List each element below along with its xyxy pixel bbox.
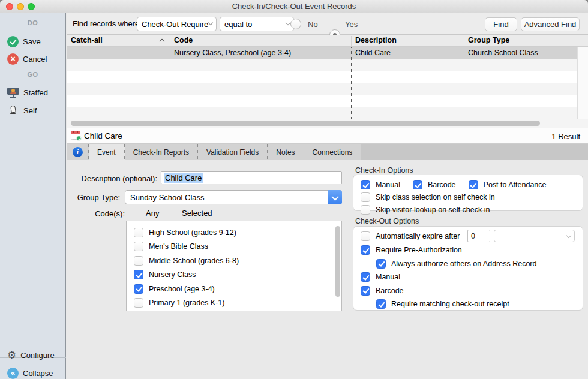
- save-label: Save: [23, 37, 41, 46]
- tab-info[interactable]: i: [67, 144, 89, 160]
- title-bar: Check-In/Check-Out Event Records: [0, 0, 588, 13]
- tab[interactable]: Connections: [304, 144, 362, 160]
- sidebar-section-go: GO: [0, 71, 65, 78]
- check-in-option-label: Manual: [376, 181, 400, 189]
- cell-group-type: Church School Class: [468, 49, 538, 57]
- chevron-down-icon: [208, 20, 213, 25]
- app-window: Check-In/Check-Out Event Records DO Save…: [0, 0, 588, 379]
- sidebar-item-staffed[interactable]: Staffed: [0, 85, 65, 100]
- code-list-item[interactable]: Men's Bible Class: [127, 240, 341, 254]
- code-list-item-label: Preschool (age 3-4): [149, 285, 215, 293]
- checkbox-icon: [469, 180, 478, 190]
- check-in-option[interactable]: Skip class selection on self check in: [353, 191, 583, 203]
- dropdown-button-icon[interactable]: [328, 190, 342, 204]
- check-out-option[interactable]: Manual: [353, 271, 583, 283]
- code-list-scrollbar-thumb[interactable]: [335, 226, 340, 297]
- code-list-item[interactable]: Nursery Class: [127, 268, 341, 282]
- info-icon: i: [73, 147, 83, 157]
- group-type-select[interactable]: Sunday School Class: [125, 190, 342, 204]
- sidebar-item-save[interactable]: Save: [0, 34, 65, 49]
- check-in-option[interactable]: Manual: [361, 180, 400, 190]
- expire-value: 0: [471, 232, 475, 240]
- collapse-label: Collapse: [23, 369, 53, 378]
- expire-value-input[interactable]: 0: [467, 230, 490, 242]
- code-list-item[interactable]: High School (grades 9-12): [127, 225, 341, 240]
- table-horizontal-scrollbar: [67, 119, 588, 128]
- checkbox-icon: [413, 180, 422, 190]
- no-radio-label: No: [308, 20, 318, 29]
- description-input[interactable]: Child Care: [161, 171, 342, 184]
- column-header-description[interactable]: Description: [355, 36, 397, 44]
- check-out-option-label: Barcode: [376, 287, 404, 295]
- check-out-option-label: Require Pre-Authorization: [376, 246, 462, 254]
- code-list-item[interactable]: Middle School (grades 6-8): [127, 254, 341, 268]
- check-in-options-title: Check-In Options: [355, 166, 413, 175]
- advanced-find-button[interactable]: Advanced Find: [521, 17, 580, 31]
- no-radio[interactable]: [290, 19, 301, 29]
- self-label: Self: [23, 106, 37, 115]
- staffed-label: Staffed: [23, 88, 48, 97]
- description-label: Description (optional):: [72, 174, 157, 183]
- table-vertical-scrollbar[interactable]: [577, 47, 588, 119]
- sidebar-item-cancel[interactable]: × Cancel: [0, 52, 65, 66]
- checkbox-icon: [134, 242, 143, 251]
- checkbox-icon: [361, 286, 370, 296]
- sidebar-item-configure[interactable]: ⚙ Configure: [0, 348, 65, 362]
- column-divider: [464, 47, 464, 119]
- sidebar-item-collapse[interactable]: « Collapse: [0, 366, 65, 379]
- check-out-option[interactable]: Require matching check-out receipt: [353, 298, 583, 310]
- find-bar: Find records where Check-Out Require equ…: [67, 13, 588, 35]
- column-divider: [464, 36, 464, 46]
- save-check-icon: [7, 36, 19, 47]
- gear-icon: ⚙: [7, 350, 16, 360]
- check-in-option-label: Skip class selection on self check in: [376, 193, 495, 201]
- column-divider: [170, 47, 170, 119]
- code-list-item[interactable]: Preschool (age 3-4): [127, 282, 341, 296]
- tab[interactable]: Event: [89, 144, 125, 160]
- checkbox-icon: [134, 256, 143, 266]
- find-button[interactable]: Find: [485, 17, 517, 31]
- column-header-code[interactable]: Code: [174, 36, 193, 44]
- check-out-option[interactable]: Require Pre-Authorization: [353, 244, 583, 256]
- checkbox-icon: [376, 259, 386, 269]
- check-out-option[interactable]: Barcode: [353, 285, 583, 297]
- code-list: High School (grades 9-12) Men's Bible Cl…: [126, 221, 342, 311]
- tab-label: Event: [97, 148, 116, 157]
- find-operator-select[interactable]: equal to: [220, 17, 294, 31]
- find-records-label: Find records where: [73, 19, 139, 28]
- find-field-select[interactable]: Check-Out Require: [137, 17, 217, 31]
- event-calendar-icon: [71, 131, 80, 140]
- sidebar-item-self[interactable]: Self: [0, 103, 65, 118]
- window-title: Check-In/Check-Out Event Records: [0, 2, 588, 11]
- results-table-body: Nursery Class, Preschool (age 3-4) Child…: [67, 47, 577, 119]
- horizontal-scrollbar-thumb[interactable]: [71, 121, 540, 126]
- column-header-catch-all[interactable]: Catch-all: [71, 36, 103, 44]
- tab[interactable]: Validation Fields: [198, 144, 268, 160]
- tab[interactable]: Check-In Reports: [125, 144, 198, 160]
- code-list-item[interactable]: Primary 1 (grades K-1): [127, 296, 341, 311]
- sidebar-section-do: DO: [0, 19, 65, 26]
- checkbox-icon: [361, 180, 370, 190]
- group-type-label: Group Type:: [66, 193, 120, 202]
- column-divider: [170, 36, 170, 46]
- tab-label: Check-In Reports: [133, 148, 189, 157]
- tab-label: Connections: [313, 148, 353, 157]
- code-list-item-label: Men's Bible Class: [149, 242, 208, 251]
- check-in-option[interactable]: Barcode: [413, 180, 456, 190]
- expire-unit-select[interactable]: [494, 230, 575, 242]
- configure-label: Configure: [20, 351, 54, 360]
- check-in-option[interactable]: Skip visitor lookup on self check in: [353, 204, 583, 216]
- collapse-chevron-icon: «: [7, 368, 19, 379]
- check-in-options-panel: Manual Barcode Post to Attendance Skip c…: [353, 175, 583, 211]
- table-row-selected[interactable]: Nursery Class, Preschool (age 3-4) Child…: [67, 47, 577, 59]
- tab[interactable]: Notes: [268, 144, 304, 160]
- check-in-option[interactable]: Post to Attendance: [469, 180, 547, 190]
- chevron-down-icon: [286, 20, 290, 25]
- check-out-option[interactable]: Always authorize others on Address Recor…: [353, 258, 583, 270]
- sort-ascending-icon: [160, 39, 164, 44]
- tab-label: Notes: [276, 148, 295, 157]
- code-list-item[interactable]: Primary 2 (grades 1-2): [127, 310, 341, 311]
- cancel-x-icon: ×: [7, 53, 19, 65]
- column-header-group-type[interactable]: Group Type: [468, 36, 509, 44]
- checkbox-icon: [361, 192, 370, 202]
